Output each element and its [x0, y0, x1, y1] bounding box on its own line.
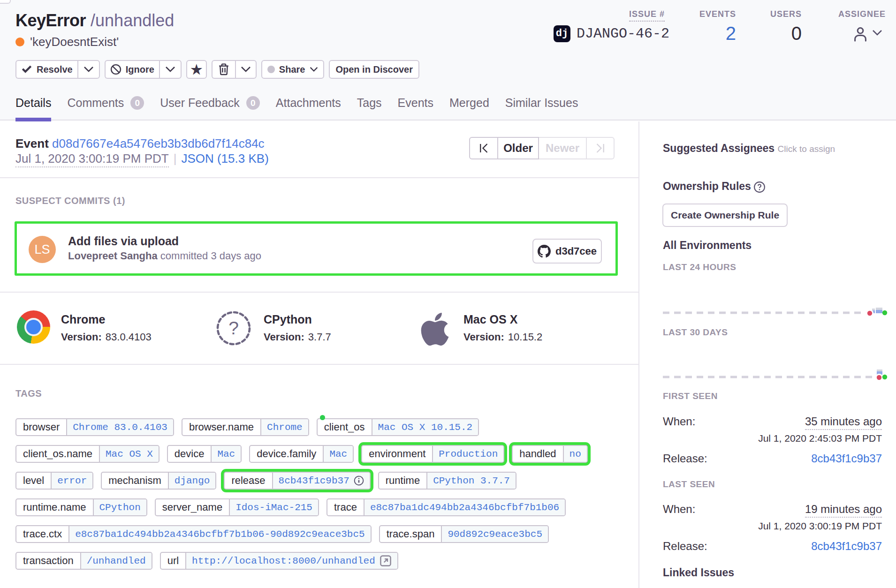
- svg-text:?: ?: [228, 318, 239, 338]
